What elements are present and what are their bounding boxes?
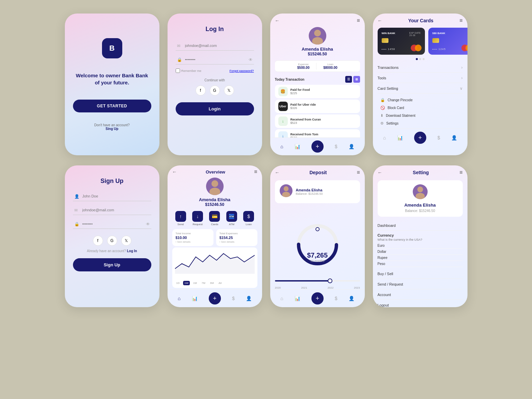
- request-action[interactable]: ↓ Request: [192, 211, 203, 226]
- deposit-back-icon[interactable]: ←: [275, 170, 280, 175]
- eye-icon[interactable]: 👁: [249, 57, 253, 62]
- cards-action[interactable]: 💳 Cards: [209, 211, 220, 226]
- filter-grid-button[interactable]: ⊞: [353, 76, 360, 83]
- request-icon: ↓: [192, 211, 203, 222]
- overview-wallet-icon[interactable]: $: [232, 296, 235, 301]
- deposit-wallet-icon[interactable]: $: [335, 296, 337, 301]
- tab-1w[interactable]: 1W: [183, 281, 190, 285]
- overview-profile-icon[interactable]: 👤: [246, 296, 252, 301]
- overview-title: Overview: [206, 169, 225, 175]
- svg-point-3: [209, 188, 220, 195]
- welcome-footer: Don't have an account? Sing Up: [94, 123, 130, 131]
- remember-label[interactable]: Remember me: [176, 69, 202, 73]
- change-pincode-item[interactable]: 🔒 Change Pincode: [378, 96, 463, 104]
- cards-chart-icon[interactable]: 📊: [397, 135, 403, 140]
- login-button[interactable]: Login: [176, 102, 254, 115]
- buy-sell-menu-item[interactable]: Buy / Sell: [378, 269, 463, 279]
- home-nav-icon[interactable]: ⌂: [280, 144, 283, 149]
- account-menu-item[interactable]: Account: [378, 290, 463, 300]
- settings-item[interactable]: ⚙ Settings: [378, 119, 463, 127]
- menu-icon[interactable]: ≡: [357, 18, 360, 24]
- cards-carousel: WIN BANK EXP DATE20-38 •••• 1458 SB: [373, 26, 467, 57]
- total-income-card: Total Income $10.00 › See details: [172, 229, 213, 246]
- deposit-menu-icon[interactable]: ≡: [357, 169, 360, 176]
- overview-menu-icon[interactable]: ≡: [254, 169, 257, 175]
- signup-facebook-button[interactable]: f: [93, 236, 103, 246]
- forgot-password-link[interactable]: Forgot password?: [229, 69, 254, 73]
- add-button[interactable]: +: [311, 140, 324, 153]
- mc-orange-circle: [415, 45, 422, 51]
- profile-nav-icon[interactable]: 👤: [349, 144, 354, 149]
- login-link[interactable]: Log In: [127, 249, 137, 253]
- remember-checkbox[interactable]: [176, 69, 180, 73]
- settings-avatar: [413, 184, 428, 199]
- back-icon[interactable]: ←: [275, 18, 280, 23]
- overview-back-icon[interactable]: ←: [172, 169, 177, 175]
- signup-button[interactable]: Sign Up: [73, 258, 151, 271]
- cards-back-icon[interactable]: ←: [378, 18, 382, 23]
- cards-menu: Transactions › Tools › Card Setting ∨: [373, 61, 467, 95]
- currency-rupee[interactable]: Rupee: [378, 255, 463, 261]
- cards-profile-icon[interactable]: 👤: [451, 135, 457, 140]
- deposit-avatar: [280, 184, 293, 197]
- profile-name: Amenda Elisha: [302, 47, 333, 52]
- cards-bottom-nav: ⌂ 📊 + $ 👤: [373, 129, 467, 147]
- cards-home-icon[interactable]: ⌂: [383, 135, 386, 140]
- block-card-item[interactable]: 🚫 Block Card: [378, 104, 463, 112]
- tab-all[interactable]: All: [217, 281, 223, 285]
- app-logo: B: [102, 38, 122, 58]
- deposit-balance: Balance: $15246.50: [296, 192, 323, 195]
- cards-wallet-icon[interactable]: $: [437, 135, 440, 140]
- overview-home-icon[interactable]: ⌂: [178, 296, 180, 301]
- tab-1m[interactable]: 1M: [192, 281, 198, 285]
- password-input-wrap: 🔒 👁: [176, 55, 254, 64]
- settings-back-icon[interactable]: ←: [378, 170, 382, 175]
- facebook-button[interactable]: f: [196, 85, 206, 96]
- svg-point-10: [415, 193, 425, 199]
- loan-action[interactable]: $ Loan: [243, 211, 254, 226]
- currency-dollar[interactable]: Dollar: [378, 249, 463, 255]
- download-statement-item[interactable]: ⬇ Download Statment: [378, 112, 463, 119]
- quick-actions: ↑ Send ↓ Request 💳 Cards 🏧 ATM $ Loa: [168, 209, 262, 228]
- tab-1d[interactable]: 1D: [175, 281, 181, 285]
- deposit-chart-icon[interactable]: 📊: [295, 296, 300, 301]
- twitter-button[interactable]: 𝕏: [224, 85, 234, 96]
- password-input[interactable]: [176, 55, 254, 64]
- tools-menu-item[interactable]: Tools ›: [378, 73, 463, 83]
- transactions-menu-item[interactable]: Transactions ›: [378, 63, 463, 73]
- signup-password-input[interactable]: [73, 219, 151, 229]
- overview-add-button[interactable]: +: [209, 292, 221, 304]
- signup-name-input[interactable]: [73, 191, 151, 201]
- card-setting-menu-item[interactable]: Card Setting ∨: [378, 84, 463, 94]
- filter-list-button[interactable]: ☰: [345, 76, 352, 83]
- chart-nav-icon[interactable]: 📊: [295, 144, 300, 149]
- deposit-add-button[interactable]: +: [311, 292, 324, 304]
- send-action[interactable]: ↑ Send: [175, 211, 186, 226]
- cards-menu-icon[interactable]: ≡: [459, 18, 462, 24]
- signup-email-input[interactable]: [73, 205, 151, 215]
- signup-eye-icon[interactable]: 👁: [146, 222, 150, 227]
- email-input[interactable]: [176, 41, 254, 51]
- tab-6m[interactable]: 6M: [209, 281, 215, 285]
- signup-twitter-button[interactable]: 𝕏: [121, 236, 131, 246]
- transaction-item: ↓ Received from Curan $523: [275, 114, 360, 128]
- send-request-menu-item[interactable]: Send / Request: [378, 280, 463, 289]
- cards-add-button[interactable]: +: [414, 132, 426, 144]
- settings-menu-icon[interactable]: ≡: [459, 169, 462, 176]
- currency-peso[interactable]: Peso: [378, 261, 463, 267]
- logout-menu-item[interactable]: Logout: [378, 300, 463, 307]
- google-button[interactable]: G: [210, 85, 220, 96]
- signup-google-button[interactable]: G: [107, 236, 117, 246]
- overview-stats: Total Income $10.00 › See details Total …: [168, 228, 262, 247]
- deposit-profile-icon[interactable]: 👤: [349, 296, 354, 301]
- overview-chart-icon[interactable]: 📊: [192, 296, 198, 301]
- dashboard-menu-item[interactable]: Dashboard: [378, 221, 463, 231]
- wallet-nav-icon[interactable]: $: [335, 144, 337, 149]
- atm-action[interactable]: 🏧 ATM: [226, 211, 237, 226]
- tab-7m[interactable]: 7M: [200, 281, 207, 285]
- signup-link[interactable]: Sing Up: [106, 127, 119, 131]
- deposit-home-icon[interactable]: ⌂: [280, 296, 283, 301]
- currency-euro[interactable]: Euro: [378, 243, 463, 249]
- slider-thumb[interactable]: [328, 278, 332, 283]
- get-started-button[interactable]: GET STARTED: [73, 100, 151, 112]
